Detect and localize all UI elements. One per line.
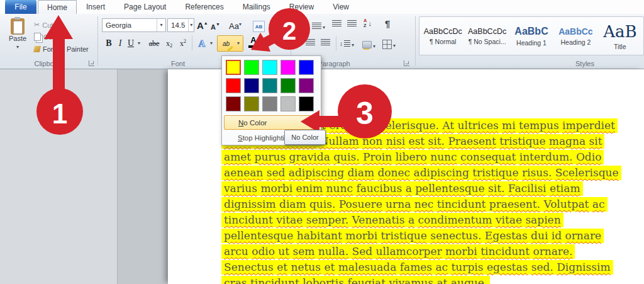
- no-color-menu-item[interactable]: No Color: [224, 115, 319, 130]
- highlight-color-swatch[interactable]: [244, 60, 259, 75]
- highlight-color-swatch[interactable]: [262, 60, 277, 75]
- decrease-indent-icon: [332, 20, 341, 27]
- style-normal[interactable]: AaBbCcDc¶ Normal: [421, 17, 465, 55]
- format-painter-label: Format Painter: [43, 45, 89, 53]
- copy-button[interactable]: Copy: [34, 31, 60, 42]
- clipboard-dialog-launcher[interactable]: [89, 60, 94, 66]
- style-heading-1[interactable]: AaBbCHeading 1: [509, 17, 553, 55]
- underline-options-chevron-icon[interactable]: [136, 37, 142, 50]
- change-case-button[interactable]: Aa: [229, 18, 242, 31]
- highlight-color-swatch[interactable]: [262, 96, 277, 111]
- document-line: pellentesque habitant morbi tristique se…: [221, 229, 636, 245]
- highlight-color-swatch[interactable]: [280, 78, 296, 93]
- chevron-down-icon: [352, 38, 354, 49]
- decrease-indent-button[interactable]: [332, 20, 341, 27]
- style-no-spaci[interactable]: AaBbCcDc¶ No Spaci...: [465, 17, 509, 55]
- clipboard-group-label: Clipboard: [18, 60, 80, 67]
- group-separator: [415, 16, 416, 65]
- paste-label: Paste: [9, 35, 26, 42]
- highlight-color-swatch[interactable]: [262, 78, 277, 93]
- subscript-digit: 2: [170, 43, 172, 48]
- highlight-color-swatch[interactable]: [244, 78, 259, 93]
- up-arrow-icon: ▲: [204, 21, 208, 25]
- font-color-letter: A: [250, 35, 256, 45]
- strikethrough-button[interactable]: abe: [146, 37, 162, 50]
- format-painter-button[interactable]: Format Painter: [34, 43, 89, 54]
- chevron-down-icon[interactable]: [188, 19, 194, 31]
- copy-label: Copy: [43, 33, 60, 41]
- button-separator: [336, 37, 336, 50]
- highlight-ab-glyph: ab: [223, 40, 230, 47]
- tab-insert[interactable]: Insert: [77, 0, 114, 13]
- chevron-down-icon: [16, 42, 19, 50]
- style-heading-2[interactable]: AaBbCcHeading 2: [553, 17, 597, 55]
- highlight-color-swatch[interactable]: [280, 96, 296, 111]
- highlight-color-swatch[interactable]: [299, 96, 314, 111]
- sort-button[interactable]: AZ ↓: [364, 18, 372, 28]
- styles-group-label: Styles: [553, 60, 616, 67]
- increase-indent-button[interactable]: [347, 20, 357, 27]
- highlight-color-swatch[interactable]: [280, 60, 296, 75]
- button-separator: [192, 35, 192, 50]
- grow-font-letter: A: [197, 20, 204, 31]
- show-paragraph-marks-button[interactable]: ¶: [385, 18, 390, 29]
- line-spacing-arrows-icon: ↕: [340, 40, 343, 47]
- highlight-color-swatch[interactable]: [299, 60, 314, 75]
- underline-button[interactable]: U: [126, 37, 136, 50]
- tab-page-layout[interactable]: Page Layout: [114, 0, 175, 13]
- styles-gallery: AaBbCcDc¶ NormalAaBbCcDc¶ No Spaci...AaB…: [419, 16, 644, 55]
- borders-grid-icon: [382, 40, 392, 49]
- scissors-icon: ✂: [34, 21, 40, 29]
- tab-mailings[interactable]: Mailings: [233, 0, 280, 13]
- multilevel-list-button[interactable]: [312, 20, 325, 31]
- font-color-button[interactable]: A: [245, 35, 262, 50]
- style-name: ¶ No Spaci...: [469, 38, 506, 45]
- highlight-color-swatch[interactable]: [226, 78, 241, 93]
- cut-button[interactable]: ✂ Cut: [34, 20, 53, 30]
- word-window: File HomeInsertPage LayoutReferencesMail…: [0, 0, 644, 284]
- text-effects-button[interactable]: A: [196, 37, 208, 50]
- highlight-color-swatch[interactable]: [226, 96, 241, 111]
- document-line: tincidunt vitae semper. Venenatis a cond…: [221, 213, 636, 229]
- text-highlight-dropdown-button[interactable]: [234, 35, 243, 52]
- style-name: ¶ Normal: [430, 38, 456, 45]
- tab-home[interactable]: Home: [38, 0, 77, 14]
- grow-font-button[interactable]: A ▲: [197, 18, 208, 31]
- tab-references[interactable]: References: [175, 0, 233, 13]
- shading-button[interactable]: [362, 39, 375, 50]
- highlight-color-swatch[interactable]: [226, 60, 241, 75]
- text-effects-chevron-icon[interactable]: [208, 37, 214, 50]
- bold-button[interactable]: B: [103, 37, 114, 50]
- highlighter-pen-icon: [227, 46, 233, 52]
- chevron-down-icon[interactable]: [157, 19, 165, 31]
- cut-label: Cut: [42, 21, 53, 29]
- clear-formatting-button[interactable]: AB: [253, 21, 265, 32]
- highlight-color-swatch[interactable]: [299, 78, 314, 93]
- copy-icon: [34, 33, 41, 41]
- highlight-color-swatch[interactable]: [244, 96, 259, 111]
- style-preview: AaBbCcDc: [424, 27, 462, 36]
- style-title[interactable]: AaBTitle: [598, 17, 642, 55]
- subscript-button[interactable]: x2: [164, 37, 175, 50]
- shrink-font-button[interactable]: A ▼: [211, 18, 220, 31]
- tab-review[interactable]: Review: [280, 0, 323, 13]
- line-spacing-button[interactable]: ↕: [340, 38, 354, 49]
- align-right-button[interactable]: [306, 39, 315, 46]
- style-preview: AaBbCc: [558, 26, 592, 37]
- paragraph-dialog-launcher[interactable]: [404, 60, 409, 66]
- chevron-down-icon: [393, 38, 396, 50]
- paste-button[interactable]: Paste: [4, 16, 31, 58]
- chevron-down-icon: [373, 39, 375, 50]
- tab-view[interactable]: View: [323, 0, 358, 13]
- superscript-button[interactable]: x2: [177, 37, 189, 50]
- font-family-combo[interactable]: Georgia: [102, 18, 166, 32]
- multilevel-list-icon: [312, 23, 321, 30]
- italic-button[interactable]: I: [116, 37, 125, 50]
- justify-button[interactable]: [321, 39, 330, 46]
- font-size-combo[interactable]: 14.5: [167, 18, 194, 32]
- line-spacing-lines-icon: [344, 40, 350, 47]
- borders-button[interactable]: [382, 38, 396, 50]
- text-highlight-button[interactable]: ab: [217, 35, 235, 52]
- justify-icon: [321, 39, 330, 46]
- tab-file[interactable]: File: [5, 0, 36, 14]
